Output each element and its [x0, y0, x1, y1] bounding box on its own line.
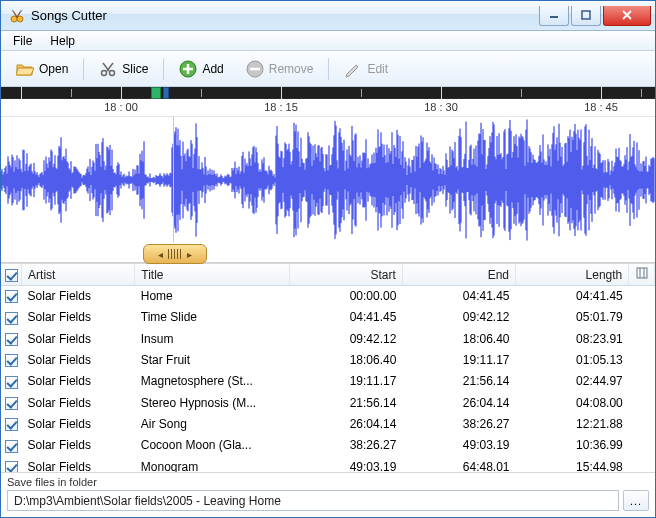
path-row: D:\mp3\Ambient\Solar fields\2005 - Leavi…	[1, 488, 655, 517]
checkbox-icon[interactable]	[5, 333, 18, 346]
cell-title: Air Song	[135, 413, 289, 434]
cell-length: 12:21.88	[516, 413, 629, 434]
toolbar-separator	[328, 58, 329, 80]
table-row[interactable]: Solar FieldsAir Song26:04.1438:26.2712:2…	[1, 413, 655, 434]
table-row[interactable]: Solar FieldsHome00:00.0004:41.4504:41.45	[1, 286, 655, 307]
slice-track[interactable]	[1, 87, 655, 99]
cell-length: 01:05.13	[516, 349, 629, 370]
svg-point-5	[110, 70, 115, 75]
col-title[interactable]: Title	[135, 264, 289, 286]
tracks-table: Artist Title Start End Length Solar Fiel…	[1, 264, 655, 472]
cell-length: 04:08.00	[516, 392, 629, 413]
waveform-panel[interactable]: ◂ ▸	[1, 117, 655, 263]
svg-rect-8	[637, 268, 647, 278]
edit-label: Edit	[367, 62, 388, 76]
app-icon	[9, 8, 25, 24]
cell-start: 09:42.12	[289, 328, 402, 349]
checkbox-icon[interactable]	[5, 440, 18, 453]
svg-point-1	[17, 16, 23, 22]
remove-button[interactable]: Remove	[237, 55, 323, 83]
slice-tick	[441, 87, 442, 99]
table-row[interactable]: Solar FieldsStereo Hypnosis (M...21:56.1…	[1, 392, 655, 413]
checkbox-icon[interactable]	[5, 269, 18, 282]
cell-end: 04:41.45	[402, 286, 515, 307]
table-row[interactable]: Solar FieldsMagnetosphere (St...19:11.17…	[1, 371, 655, 392]
cell-end: 21:56.14	[402, 371, 515, 392]
row-checkbox[interactable]	[1, 456, 22, 472]
cell-artist: Solar Fields	[22, 328, 135, 349]
folder-open-icon	[16, 60, 34, 78]
table-row[interactable]: Solar FieldsInsum09:42.1218:06.4008:23.9…	[1, 328, 655, 349]
slice-marker[interactable]	[163, 87, 169, 99]
row-checkbox[interactable]	[1, 307, 22, 328]
col-artist[interactable]: Artist	[22, 264, 135, 286]
titlebar[interactable]: Songs Cutter	[1, 1, 655, 31]
menu-help[interactable]: Help	[42, 32, 83, 50]
cell-end: 49:03.19	[402, 435, 515, 456]
cell-length: 04:41.45	[516, 286, 629, 307]
minimize-button[interactable]	[539, 6, 569, 26]
open-label: Open	[39, 62, 68, 76]
table-row[interactable]: Solar FieldsMonogram49:03.1964:48.0115:4…	[1, 456, 655, 472]
close-button[interactable]	[603, 6, 651, 26]
col-start[interactable]: Start	[289, 264, 402, 286]
row-checkbox[interactable]	[1, 328, 22, 349]
table-row[interactable]: Solar FieldsStar Fruit18:06.4019:11.1701…	[1, 349, 655, 370]
row-checkbox[interactable]	[1, 413, 22, 434]
row-checkbox[interactable]	[1, 371, 22, 392]
menubar: File Help	[1, 31, 655, 51]
window-title: Songs Cutter	[31, 8, 539, 23]
cell-end: 19:11.17	[402, 349, 515, 370]
scissors-icon	[99, 60, 117, 78]
pencil-icon	[344, 60, 362, 78]
row-checkbox[interactable]	[1, 435, 22, 456]
cell-artist: Solar Fields	[22, 456, 135, 472]
checkbox-icon[interactable]	[5, 418, 18, 431]
menu-file[interactable]: File	[5, 32, 40, 50]
slice-cursor[interactable]	[151, 87, 161, 99]
browse-button[interactable]: ...	[623, 490, 649, 511]
checkbox-icon[interactable]	[5, 461, 18, 472]
ruler-label: 18 : 00	[104, 101, 138, 113]
cell-length: 08:23.91	[516, 328, 629, 349]
slice-tick	[121, 87, 122, 99]
edit-button[interactable]: Edit	[335, 55, 397, 83]
row-checkbox[interactable]	[1, 392, 22, 413]
slice-tick	[201, 89, 202, 97]
checkbox-icon[interactable]	[5, 312, 18, 325]
minus-circle-icon	[246, 60, 264, 78]
column-config-button[interactable]	[629, 264, 655, 286]
row-checkbox[interactable]	[1, 349, 22, 370]
checkbox-icon[interactable]	[5, 376, 18, 389]
app-window: Songs Cutter File Help Open Slice Add Re…	[0, 0, 656, 518]
table-row[interactable]: Solar FieldsTime Slide04:41.4509:42.1205…	[1, 307, 655, 328]
cell-artist: Solar Fields	[22, 286, 135, 307]
cell-title: Magnetosphere (St...	[135, 371, 289, 392]
cell-start: 00:00.00	[289, 286, 402, 307]
ruler-label: 18 : 45	[584, 101, 618, 113]
slice-tick	[521, 89, 522, 97]
table-row[interactable]: Solar FieldsCocoon Moon (Gla...38:26.274…	[1, 435, 655, 456]
col-check[interactable]	[1, 264, 22, 286]
checkbox-icon[interactable]	[5, 354, 18, 367]
window-buttons	[539, 6, 651, 26]
maximize-button[interactable]	[571, 6, 601, 26]
cell-title: Insum	[135, 328, 289, 349]
save-path-field[interactable]: D:\mp3\Ambient\Solar fields\2005 - Leavi…	[7, 490, 619, 511]
col-end[interactable]: End	[402, 264, 515, 286]
row-checkbox[interactable]	[1, 286, 22, 307]
cell-artist: Solar Fields	[22, 371, 135, 392]
scrubber-handle[interactable]: ◂ ▸	[143, 244, 207, 264]
tracks-table-wrap: Artist Title Start End Length Solar Fiel…	[1, 263, 655, 472]
plus-circle-icon	[179, 60, 197, 78]
checkbox-icon[interactable]	[5, 290, 18, 303]
slice-button[interactable]: Slice	[90, 55, 157, 83]
checkbox-icon[interactable]	[5, 397, 18, 410]
svg-point-0	[11, 16, 17, 22]
open-button[interactable]: Open	[7, 55, 77, 83]
col-length[interactable]: Length	[516, 264, 629, 286]
cell-artist: Solar Fields	[22, 349, 135, 370]
add-button[interactable]: Add	[170, 55, 232, 83]
time-ruler[interactable]: 18 : 00 18 : 15 18 : 30 18 : 45	[1, 99, 655, 117]
playhead-line[interactable]	[173, 117, 174, 242]
